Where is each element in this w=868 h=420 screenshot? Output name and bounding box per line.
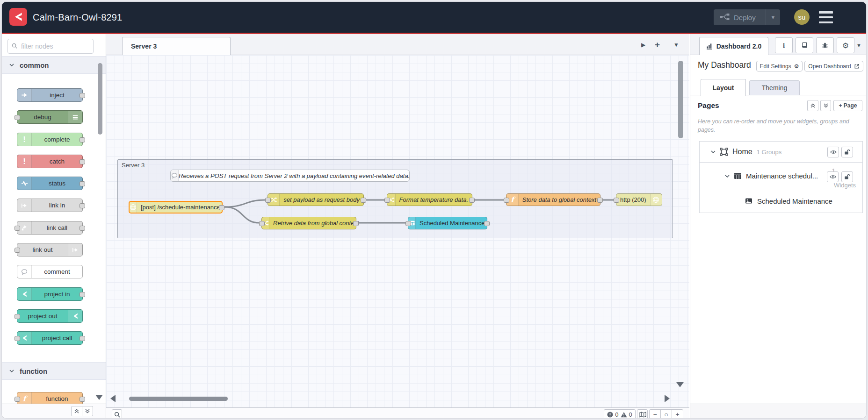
deploy-label: Deploy <box>734 14 756 21</box>
link-arrow-icon <box>68 243 82 256</box>
page-title: Calm-Barn-Owl-8291 <box>33 2 122 33</box>
zoom-controls: − ○ + <box>649 409 683 419</box>
zoom-out-button[interactable]: − <box>650 410 660 419</box>
visibility-toggle-button[interactable] <box>827 147 839 157</box>
palette-category-common[interactable]: common <box>2 56 106 74</box>
lock-toggle-button[interactable] <box>841 147 853 157</box>
node-http-in[interactable]: [post] /schedule-maintenance <box>129 201 223 214</box>
expand-all-button[interactable] <box>82 406 93 416</box>
sidebar-tabs-caret[interactable]: ▼ <box>856 37 861 53</box>
chevron-down-icon <box>9 64 14 66</box>
lock-toggle-button[interactable] <box>841 171 853 182</box>
user-avatar[interactable]: su <box>794 9 810 25</box>
zoom-in-button[interactable]: + <box>672 410 683 419</box>
palette-category-function[interactable]: function <box>2 362 106 380</box>
canvas-scroll-left-arrow[interactable] <box>110 395 116 402</box>
gear-icon: ⚙ <box>794 63 799 70</box>
palette-node-debug[interactable]: debug <box>17 110 83 124</box>
palette-node-link-call[interactable]: link call <box>17 221 83 235</box>
flow-status-counts[interactable]: 0 0 <box>604 409 636 419</box>
add-page-button[interactable]: + Page <box>833 100 862 111</box>
palette-node-link-in[interactable]: link in <box>17 199 83 212</box>
move-up-button[interactable] <box>807 100 818 111</box>
exclamation-icon: ! <box>17 155 32 168</box>
tab-help[interactable] <box>796 37 813 53</box>
node-retrieve-global-context[interactable]: Retrive data from global context <box>261 217 356 229</box>
palette-node-link-out[interactable]: link out <box>17 243 83 256</box>
palette-node-inject[interactable]: inject <box>17 88 83 102</box>
deploy-icon <box>720 14 730 21</box>
tree-row-widget[interactable]: Scheduled Maintenance <box>700 189 862 213</box>
bug-icon <box>822 42 828 49</box>
dashboard-title: My Dashboard <box>698 60 751 70</box>
tree-row-group[interactable]: Maintenance schedul... 1 Widgets <box>700 163 862 189</box>
pages-help-text: Here you can re-order and move your widg… <box>698 117 857 134</box>
tab-config[interactable]: ⚙ <box>837 37 854 53</box>
edit-settings-button[interactable]: Edit Settings ⚙ <box>756 61 803 71</box>
canvas-horizontal-scrollbar[interactable] <box>129 397 228 401</box>
palette-node-catch[interactable]: ! catch <box>17 155 83 168</box>
palette-filter-input[interactable] <box>20 42 83 50</box>
open-dashboard-button[interactable]: Open Dashboard <box>804 61 863 71</box>
canvas-vertical-scrollbar[interactable] <box>678 61 683 138</box>
project-logo-icon <box>68 310 82 322</box>
palette-node-status[interactable]: status <box>17 177 83 190</box>
minimap-toggle-button[interactable] <box>637 409 648 419</box>
dashboard-subtabs: Layout Theming <box>690 76 866 95</box>
palette-filter[interactable] <box>7 39 94 54</box>
palette-node-comment[interactable]: comment <box>17 265 83 278</box>
flow-tab-server3[interactable]: Server 3 <box>122 37 231 55</box>
tab-layout[interactable]: Layout <box>701 79 746 96</box>
palette-node-project-out[interactable]: project out <box>17 309 83 323</box>
chevrons-up-icon <box>810 103 815 108</box>
exclamation-icon: ! <box>17 133 32 146</box>
visibility-toggle-button[interactable] <box>827 171 839 182</box>
inject-icon <box>17 89 32 101</box>
palette-footer <box>2 404 106 418</box>
warning-count: 0 <box>629 411 632 418</box>
external-link-icon <box>854 64 860 69</box>
zoom-reset-button[interactable]: ○ <box>660 410 672 419</box>
palette-scrollbar[interactable] <box>98 63 102 135</box>
node-set-payload[interactable]: set payload as request body <box>268 193 364 206</box>
table-icon <box>734 172 742 180</box>
map-icon <box>639 412 646 418</box>
gear-icon: ⚙ <box>842 41 849 50</box>
node-store-global-context[interactable]: f Store data to global context <box>506 193 600 206</box>
main-menu-button[interactable] <box>819 11 833 23</box>
pages-toolbar: Pages + Page <box>690 95 866 117</box>
flow-canvas[interactable]: Server 3 Receives a POST request from Se… <box>106 55 689 407</box>
palette-node-project-in[interactable]: project in <box>17 287 83 301</box>
move-down-button[interactable] <box>820 100 831 111</box>
book-icon <box>801 42 808 49</box>
canvas-search-button[interactable] <box>112 409 122 419</box>
warning-icon <box>621 412 627 418</box>
node-ui-table[interactable]: Scheduled Maintenance <box>408 217 487 229</box>
palette-scroll-down-arrow[interactable] <box>95 395 103 400</box>
chevron-down-icon[interactable] <box>711 150 716 153</box>
palette-node-project-call[interactable]: project call <box>17 331 83 345</box>
collapse-all-button[interactable] <box>71 406 82 416</box>
node-format-temperature[interactable]: Format temperature data. <box>387 193 472 206</box>
pulse-icon <box>17 177 32 190</box>
palette-sidebar: common inject debug ! complete ! catch s… <box>2 34 106 418</box>
tab-theming[interactable]: Theming <box>749 80 800 95</box>
tab-scroll-right-icon[interactable]: ▶ <box>641 34 645 55</box>
tab-info[interactable]: i <box>775 37 793 53</box>
canvas-scroll-right-arrow[interactable] <box>665 395 670 402</box>
comment-node[interactable]: Receives a POST request from Server 2 wi… <box>170 170 410 182</box>
canvas-scroll-down-arrow[interactable] <box>676 382 684 387</box>
globe-icon <box>650 194 662 206</box>
node-http-response[interactable]: http (200) <box>616 193 662 206</box>
deploy-button[interactable]: Deploy ▼ <box>714 9 780 25</box>
add-flow-button[interactable]: + <box>655 34 660 55</box>
tab-dashboard-2[interactable]: Dashboard 2.0 <box>699 37 768 55</box>
eye-icon <box>830 175 836 179</box>
chevron-down-icon[interactable] <box>725 175 730 178</box>
page-frame-icon <box>720 148 728 156</box>
flow-list-caret[interactable]: ▼ <box>673 34 679 55</box>
deploy-options-caret[interactable]: ▼ <box>766 9 780 25</box>
tree-row-home[interactable]: Home 1 Groups <box>700 142 862 163</box>
tab-debug[interactable] <box>816 37 834 53</box>
palette-node-complete[interactable]: ! complete <box>17 133 83 146</box>
